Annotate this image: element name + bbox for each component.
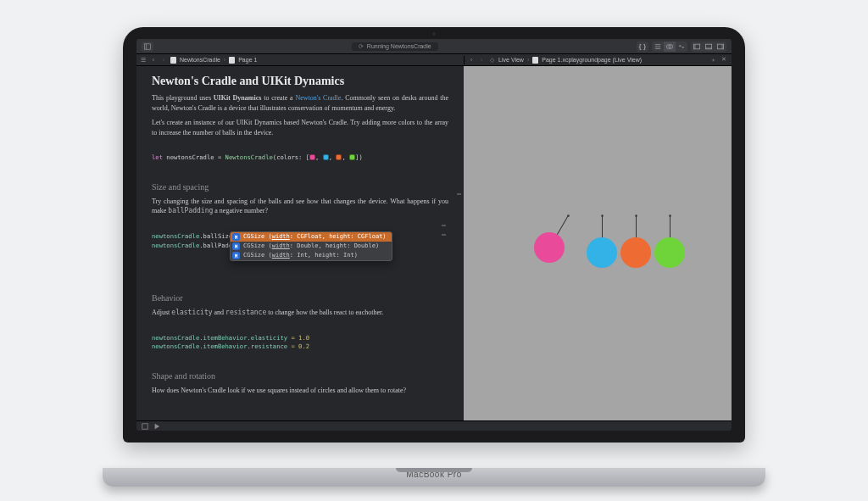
breadcrumb-bar: ☰ ‹ › NewtonsCradle › Page 1 ‹ › ◇ Live … xyxy=(136,54,732,66)
doc-paragraph: Try changing the size and spacing of the… xyxy=(152,197,448,216)
svg-rect-13 xyxy=(142,423,147,428)
laptop-frame: ⟳ Running NewtonsCradle { } xyxy=(123,27,745,468)
lines-icon xyxy=(654,43,661,50)
panel-segment xyxy=(691,42,726,52)
assistant-editor-button[interactable] xyxy=(664,42,676,52)
square-icon xyxy=(142,423,148,430)
screen-bezel: ⟳ Running NewtonsCradle { } xyxy=(123,27,745,443)
library-button[interactable]: { } xyxy=(637,42,648,52)
run-button[interactable] xyxy=(153,423,160,430)
pendulum-ball xyxy=(587,237,617,268)
color-swatch-pink xyxy=(309,154,315,160)
stop-button[interactable] xyxy=(142,423,148,430)
autocomplete-signature: CGSize (width: Double, height: Double) xyxy=(243,242,379,249)
svg-rect-0 xyxy=(144,43,150,48)
autocomplete-item[interactable]: MCGSize (width: CGFloat, height: CGFloat… xyxy=(231,232,392,242)
live-view-canvas xyxy=(464,66,732,420)
playground-editor[interactable]: Newton's Cradle and UIKit Dynamics This … xyxy=(136,66,464,420)
pendulum-ball xyxy=(654,237,685,268)
page-icon xyxy=(229,57,235,64)
panel-left-icon xyxy=(144,43,151,50)
code-block[interactable]: let newtonsCradle = NewtonsCradle(colors… xyxy=(152,144,448,171)
left-panel-button[interactable] xyxy=(691,42,703,52)
kind-badge-icon: M xyxy=(232,242,240,250)
autocomplete-item[interactable]: MCGSize (width: Double, height: Double) xyxy=(231,242,392,251)
crumb-project[interactable]: NewtonsCradle xyxy=(180,57,220,63)
right-panel-button[interactable] xyxy=(715,42,726,52)
play-icon xyxy=(153,423,160,430)
back-button[interactable]: ‹ xyxy=(468,57,475,64)
sidebar-toggle-button[interactable] xyxy=(142,42,153,52)
panel-left-icon xyxy=(693,43,700,50)
code-block[interactable]: newtonsCradle.itemBehavior.elasticity = … xyxy=(152,325,448,361)
svg-rect-12 xyxy=(721,44,723,49)
standard-editor-button[interactable] xyxy=(652,42,664,52)
crumb-file[interactable]: Page 1.xcplaygroundpage (Live View) xyxy=(542,57,642,63)
editor-mode-segment xyxy=(652,42,687,52)
doc-subheading: Size and spacing xyxy=(152,182,448,192)
editor-split: Newton's Cradle and UIKit Dynamics This … xyxy=(136,66,732,420)
related-items-icon[interactable]: ◇ xyxy=(488,57,495,64)
kind-badge-icon: M xyxy=(232,252,240,259)
forward-button[interactable]: › xyxy=(478,57,485,64)
result-gutter-marker[interactable] xyxy=(457,193,461,195)
playground-icon xyxy=(170,57,176,64)
panel-bottom-icon xyxy=(705,43,712,50)
spinner-icon: ⟳ xyxy=(359,43,364,50)
kind-badge-icon: M xyxy=(232,233,240,241)
version-editor-button[interactable] xyxy=(676,42,687,52)
status-bar xyxy=(136,420,732,431)
doc-paragraph: Let's create an instance of our UIKit Dy… xyxy=(152,118,448,137)
doc-paragraph: How does Newton's Cradle look if we use … xyxy=(152,386,448,396)
autocomplete-signature: CGSize (width: CGFloat, height: CGFloat) xyxy=(243,233,387,240)
window-title-text: Running NewtonsCradle xyxy=(367,43,431,49)
color-swatch-blue xyxy=(323,154,329,160)
autocomplete-item[interactable]: MCGSize (width: Int, height: Int) xyxy=(231,251,392,260)
crumb-page[interactable]: Page 1 xyxy=(238,57,257,63)
arrows-icon xyxy=(678,43,685,50)
doc-subheading: Shape and rotation xyxy=(152,371,448,381)
panel-right-icon xyxy=(717,43,724,50)
page-icon xyxy=(532,57,538,64)
bottom-panel-button[interactable] xyxy=(703,42,715,52)
forward-button[interactable]: › xyxy=(160,57,167,64)
result-gutter-marker[interactable] xyxy=(442,234,446,236)
link-newtons-cradle[interactable]: Newton's Cradle xyxy=(295,94,341,102)
svg-rect-8 xyxy=(693,44,695,49)
xcode-window: ⟳ Running NewtonsCradle { } xyxy=(136,39,732,431)
color-swatch-orange xyxy=(336,154,342,160)
doc-subheading: Behavior xyxy=(152,293,448,303)
pendulum-ball xyxy=(620,237,651,268)
autocomplete-popup[interactable]: MCGSize (width: CGFloat, height: CGFloat… xyxy=(230,231,392,261)
laptop-deck: MacBook Pro xyxy=(103,468,765,487)
svg-rect-10 xyxy=(705,47,711,48)
add-assistant-button[interactable]: ＋ xyxy=(710,56,716,64)
doc-paragraph: This playground uses UIKit Dynamics to c… xyxy=(152,93,448,113)
toolbar: ⟳ Running NewtonsCradle { } xyxy=(136,39,732,54)
back-button[interactable]: ‹ xyxy=(150,57,157,64)
doc-heading: Newton's Cradle and UIKit Dynamics xyxy=(152,75,448,88)
close-assistant-button[interactable]: ✕ xyxy=(721,56,726,64)
editor-breadcrumb[interactable]: ☰ ‹ › NewtonsCradle › Page 1 xyxy=(136,57,464,64)
crumb-liveview[interactable]: Live View xyxy=(498,57,524,63)
venn-icon xyxy=(666,43,673,50)
svg-marker-14 xyxy=(155,423,160,428)
related-items-icon[interactable]: ☰ xyxy=(140,57,147,64)
result-gutter-marker[interactable] xyxy=(442,225,446,226)
assistant-breadcrumb[interactable]: ‹ › ◇ Live View › Page 1.xcplaygroundpag… xyxy=(464,56,732,64)
window-title: ⟳ Running NewtonsCradle xyxy=(352,42,438,51)
laptop-notch xyxy=(396,468,472,472)
crumb-sep: › xyxy=(527,57,529,63)
crumb-sep: › xyxy=(224,57,225,63)
camera-dot xyxy=(432,32,436,36)
pendulum-ball xyxy=(534,232,565,263)
autocomplete-signature: CGSize (width: Int, height: Int) xyxy=(243,252,358,259)
doc-paragraph: Adjust elasticity and resistance to chan… xyxy=(152,308,448,318)
